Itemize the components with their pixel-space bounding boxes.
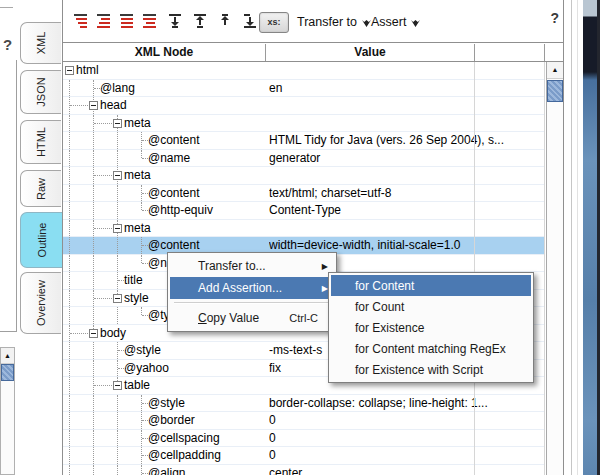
- transfer-to-button[interactable]: Transfer to: [297, 12, 371, 32]
- submenu-item-for-existence-with-script[interactable]: for Existence with Script: [331, 359, 531, 380]
- tree-node-cell: meta: [63, 167, 265, 184]
- expand-collapse-icon[interactable]: [113, 119, 122, 128]
- tree-guide-line: [69, 115, 70, 132]
- expand-collapse-icon[interactable]: [65, 66, 74, 75]
- submenu-item-for-existence[interactable]: for Existence: [331, 317, 531, 338]
- tree-row[interactable]: meta: [63, 115, 544, 133]
- tree-node-value: border-collapse: collapse; line-height: …: [269, 395, 539, 412]
- tree-row[interactable]: @aligncenter: [63, 465, 544, 475]
- tree-guide-line: [93, 255, 94, 272]
- expand-collapse-icon[interactable]: [113, 294, 122, 303]
- column-divider[interactable]: [474, 44, 475, 61]
- scroll-down-to-line-icon[interactable]: [167, 13, 183, 29]
- tab-json[interactable]: JSON: [20, 70, 61, 114]
- move-down-icon[interactable]: [242, 13, 258, 29]
- expand-collapse-icon[interactable]: [89, 329, 98, 338]
- scroll-up-icon[interactable]: ▲: [1, 348, 14, 364]
- tree-row[interactable]: @border0: [63, 412, 544, 430]
- tree-row[interactable]: @contentHTML Tidy for Java (vers. 26 Sep…: [63, 132, 544, 150]
- tree-row[interactable]: html: [63, 62, 544, 80]
- tree-scrollbar-thumb[interactable]: [547, 80, 563, 102]
- tree-guide-line: [141, 150, 142, 158]
- column-divider[interactable]: [265, 44, 266, 61]
- tree-row[interactable]: meta: [63, 220, 544, 238]
- tree-row[interactable]: head: [63, 97, 544, 115]
- expand-collapse-icon[interactable]: [113, 171, 122, 180]
- tree-guide-line: [70, 105, 88, 106]
- divider: [0, 7, 13, 8]
- tree-node-label: @style: [148, 395, 185, 412]
- tree-node-value: HTML Tidy for Java (vers. 26 Sep 2004), …: [269, 132, 539, 149]
- submenu-item-for-content-matching-regex[interactable]: for Content matching RegEx: [331, 338, 531, 359]
- tab-xml[interactable]: XML: [20, 22, 61, 64]
- tree-guide-line: [93, 272, 94, 289]
- tree-node-value: text/html; charset=utf-8: [269, 185, 539, 202]
- panel-divider: [16, 60, 17, 331]
- move-up-icon[interactable]: [217, 13, 233, 29]
- column-header-value[interactable]: Value: [266, 43, 474, 62]
- expand-collapse-icon[interactable]: [113, 381, 122, 390]
- tree-scrollbar[interactable]: ▲: [546, 62, 563, 475]
- scroll-up-icon[interactable]: ▲: [547, 62, 563, 79]
- tree-row[interactable]: @langen: [63, 80, 544, 98]
- left-scrollbar[interactable]: ▲: [0, 347, 15, 475]
- tree-row[interactable]: @cellspacing0: [63, 430, 544, 448]
- tab-raw[interactable]: Raw: [20, 170, 61, 207]
- tree-guide-line: [69, 80, 70, 97]
- tab-html[interactable]: HTML: [20, 120, 61, 164]
- outline-panel: xs: Transfer to Assert ? XML Node Value …: [62, 0, 564, 475]
- expand-collapse-icon[interactable]: [113, 224, 122, 233]
- tree-row[interactable]: @styleborder-collapse: collapse; line-he…: [63, 395, 544, 413]
- tree-node-value: generator: [269, 150, 539, 167]
- tab-overview[interactable]: Overview: [20, 272, 61, 334]
- tree-guide-line: [117, 447, 118, 464]
- outline-format-3-icon[interactable]: [119, 13, 135, 29]
- tree-row[interactable]: @contenttext/html; charset=utf-8: [63, 185, 544, 203]
- tree-guide-line: [69, 342, 70, 359]
- tree-node-label: head: [100, 97, 127, 114]
- scroll-up-to-line-icon[interactable]: [192, 13, 208, 29]
- assert-label: Assert: [371, 15, 406, 29]
- menu-item-label: Add Assertion...: [198, 281, 282, 295]
- tree-guide-line: [69, 465, 70, 475]
- menu-item-add-assertion[interactable]: Add Assertion...▶: [170, 277, 334, 299]
- tree-node-value: [269, 115, 539, 132]
- submenu-item-label: for Existence with Script: [355, 363, 483, 377]
- window-edge-line: [571, 0, 572, 475]
- tree-node-value: [269, 220, 539, 237]
- submenu-item-label: for Content: [355, 279, 414, 293]
- tree-node-cell: meta: [63, 220, 265, 237]
- outline-format-1-icon[interactable]: [73, 13, 89, 29]
- column-header-extra: [475, 43, 544, 62]
- xs-toggle-button[interactable]: xs:: [259, 12, 289, 33]
- tree-node-value: Content-Type: [269, 202, 539, 219]
- submenu-item-for-count[interactable]: for Count: [331, 296, 531, 317]
- left-scrollbar-thumb[interactable]: [1, 364, 14, 381]
- tree-node-cell: head: [63, 97, 265, 114]
- window-edge: [583, 0, 597, 475]
- tree-node-cell: table: [63, 377, 265, 394]
- outline-format-4-icon[interactable]: [142, 13, 158, 29]
- tree-guide-line: [117, 465, 118, 475]
- tree-row[interactable]: meta: [63, 167, 544, 185]
- menu-item-transfer-to[interactable]: Transfer to...▶: [170, 255, 334, 277]
- tree-node-cell: html: [63, 62, 265, 79]
- outline-format-2-icon[interactable]: [96, 13, 112, 29]
- tree-guide-line: [69, 395, 70, 412]
- tab-label: JSON: [35, 77, 47, 106]
- tree-row[interactable]: @cellpadding0: [63, 447, 544, 465]
- submenu-item-for-content[interactable]: for Content: [331, 275, 531, 296]
- column-header-xml-node[interactable]: XML Node: [63, 43, 265, 62]
- expand-collapse-icon[interactable]: [89, 101, 98, 110]
- tree-node-label: meta: [124, 220, 151, 237]
- tree-row[interactable]: @http-equivContent-Type: [63, 202, 544, 220]
- tab-outline[interactable]: Outline: [20, 212, 63, 268]
- tree-row[interactable]: @namegenerator: [63, 150, 544, 168]
- assert-button[interactable]: Assert: [371, 12, 420, 32]
- help-icon[interactable]: ?: [3, 36, 12, 53]
- help-icon[interactable]: ?: [550, 10, 559, 26]
- tree-node-label: @cellpadding: [148, 447, 221, 464]
- menu-item-copy-value[interactable]: Copy ValueCtrl-C: [170, 307, 334, 329]
- tree-guide-line: [94, 385, 112, 386]
- table-header: XML Node Value: [63, 42, 563, 62]
